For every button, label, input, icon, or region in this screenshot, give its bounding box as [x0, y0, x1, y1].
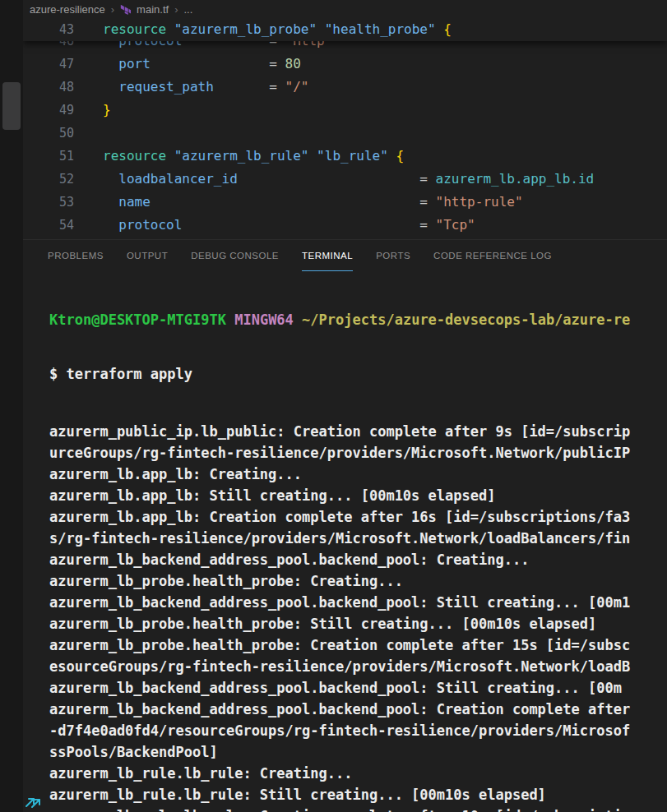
- code-text: port = 80: [103, 53, 301, 76]
- panel-tab-problems[interactable]: PROBLEMS: [48, 240, 104, 271]
- code-line[interactable]: 48 request_path = "/": [23, 76, 667, 99]
- terminal-output-line: azurerm_lb_probe.health_probe: Creation …: [49, 634, 667, 656]
- code-line[interactable]: 43resource "azurerm_lb_probe" "health_pr…: [23, 18, 667, 41]
- terminal-output-line: azurerm_lb_probe.health_probe: Still cre…: [49, 613, 667, 634]
- breadcrumb-folder[interactable]: azure-resilience: [30, 3, 105, 16]
- code-line[interactable]: 47 port = 80: [23, 53, 667, 76]
- panel-tab-ports[interactable]: PORTS: [376, 240, 410, 271]
- terminal-output-line: azurerm_public_ip.lb_public: Creation co…: [49, 421, 667, 442]
- code-line[interactable]: 49}: [23, 99, 667, 122]
- line-number: 51: [23, 145, 74, 168]
- terminal-output-line: azurerm_lb_backend_address_pool.backend_…: [49, 549, 667, 570]
- line-number: 43: [23, 18, 74, 41]
- activity-strip: [0, 0, 23, 812]
- terminal-output-line: azurerm_lb.app_lb: Creation complete aft…: [49, 506, 667, 528]
- code-editor[interactable]: 46 protocol = "Http"47 port = 8048 reque…: [23, 18, 667, 239]
- panel-tab-debug-console[interactable]: DEBUG CONSOLE: [191, 240, 279, 271]
- code-text: }: [103, 99, 111, 122]
- code-text: request_path = "/": [103, 76, 308, 99]
- terminal-output-line: azurerm_lb_rule.lb_rule: Still creating.…: [49, 784, 667, 805]
- panel-tab-code-reference-log[interactable]: CODE REFERENCE LOG: [433, 240, 552, 271]
- terminal-output-line: azurerm_lb_probe.health_probe: Creating.…: [49, 570, 667, 592]
- bottom-panel: PROBLEMSOUTPUTDEBUG CONSOLETERMINALPORTS…: [23, 239, 667, 812]
- breadcrumb: azure-resilience › main.tf › ...: [23, 0, 667, 18]
- line-number: 50: [23, 122, 74, 145]
- line-number: 53: [23, 191, 74, 214]
- terminal-output-line: azurerm_lb_backend_address_pool.backend_…: [49, 592, 667, 613]
- terminal-output-line: urceGroups/rg-fintech-resilience/provide…: [49, 442, 667, 464]
- breadcrumb-file[interactable]: main.tf: [137, 3, 169, 16]
- code-text: protocol = "Tcp": [103, 214, 475, 237]
- terminal-output: azurerm_public_ip.lb_public: Creation co…: [49, 421, 667, 812]
- line-number: 47: [23, 53, 74, 76]
- terminal-output-line: azurerm_lb_rule.lb_rule: Creation comple…: [49, 805, 667, 812]
- terminal-output-line: ssPools/BackendPool]: [49, 741, 667, 763]
- terminal-cwd: ~/Projects/azure-devsecops-lab/azure-re: [302, 311, 630, 328]
- editor-panel-column: azure-resilience › main.tf › ... 46 prot…: [23, 0, 667, 812]
- terminal-output-line: s/rg-fintech-resilience/providers/Micros…: [49, 528, 667, 549]
- terminal[interactable]: Ktron@DESKTOP-MTGI9TK MINGW64 ~/Projects…: [23, 271, 667, 812]
- code-text: resource "azurerm_lb_rule" "lb_rule" {: [103, 145, 404, 168]
- breadcrumb-chevron-icon: ›: [174, 3, 178, 16]
- terminal-output-line: esourceGroups/rg-fintech-resilience/prov…: [49, 656, 667, 677]
- activity-strip-highlight[interactable]: [2, 82, 21, 130]
- panel-tab-terminal[interactable]: TERMINAL: [302, 240, 353, 271]
- code-text: resource "azurerm_lb_probe" "health_prob…: [103, 18, 452, 41]
- sticky-scroll-line[interactable]: 43resource "azurerm_lb_probe" "health_pr…: [23, 18, 667, 41]
- code-line[interactable]: 51resource "azurerm_lb_rule" "lb_rule" {: [23, 145, 667, 168]
- terminal-output-line: azurerm_lb_rule.lb_rule: Creating...: [49, 763, 667, 784]
- code-line[interactable]: 52 loadbalancer_id = azurerm_lb.app_lb.i…: [23, 168, 667, 191]
- breadcrumb-symbol[interactable]: ...: [183, 3, 192, 16]
- terminal-output-line: azurerm_lb.app_lb: Creating...: [49, 464, 667, 485]
- code-line[interactable]: 54 protocol = "Tcp": [23, 214, 667, 237]
- line-number: 48: [23, 76, 74, 99]
- terminal-command-line: $ terraform apply: [49, 363, 667, 385]
- terraform-file-icon: [120, 4, 131, 15]
- terminal-user-host: Ktron@DESKTOP-MTGI9TK: [49, 311, 226, 328]
- panel-tab-output[interactable]: OUTPUT: [127, 240, 168, 271]
- code-lines: 46 protocol = "Http"47 port = 8048 reque…: [23, 18, 667, 237]
- terminal-output-line: azurerm_lb.app_lb: Still creating... [00…: [49, 485, 667, 506]
- terminal-output-line: azurerm_lb_backend_address_pool.backend_…: [49, 677, 667, 699]
- code-line[interactable]: 50: [23, 122, 667, 145]
- panel-tab-bar: PROBLEMSOUTPUTDEBUG CONSOLETERMINALPORTS…: [23, 240, 667, 271]
- shell-arrows-icon: [23, 788, 44, 810]
- terminal-output-line: -d7f4e0ad0fd4/resourceGroups/rg-fintech-…: [49, 720, 667, 741]
- terminal-prompt-line: Ktron@DESKTOP-MTGI9TK MINGW64 ~/Projects…: [49, 309, 667, 330]
- line-number: 49: [23, 99, 74, 122]
- line-number: 52: [23, 168, 74, 191]
- terminal-output-line: azurerm_lb_backend_address_pool.backend_…: [49, 699, 667, 720]
- breadcrumb-chevron-icon: ›: [111, 3, 114, 16]
- code-text: loadbalancer_id = azurerm_lb.app_lb.id: [103, 168, 594, 191]
- code-text: name = "http-rule": [103, 191, 523, 214]
- line-number: 54: [23, 214, 74, 237]
- terminal-env: MINGW64: [234, 311, 294, 328]
- code-line[interactable]: 53 name = "http-rule": [23, 191, 667, 214]
